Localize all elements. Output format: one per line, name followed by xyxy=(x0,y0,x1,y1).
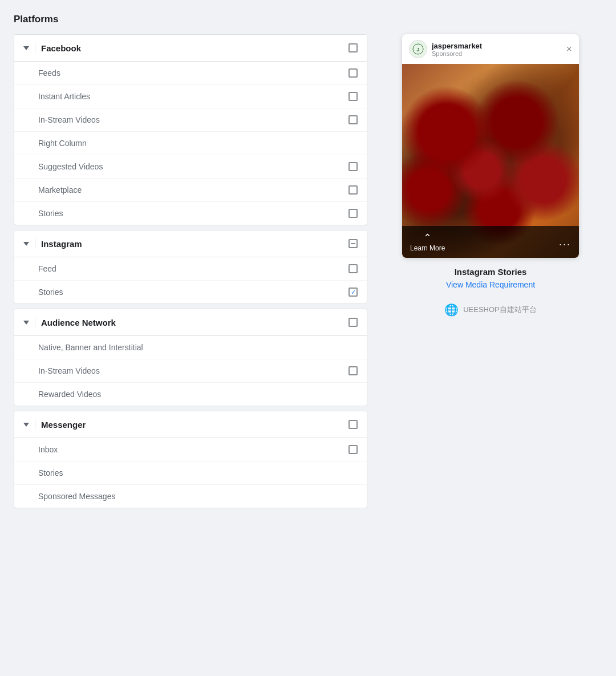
main-layout: Facebook Feeds Instant Articles In-Strea… xyxy=(14,34,602,513)
messenger-stories-label: Stories xyxy=(38,468,358,477)
preview-image: ⌃ Learn More ... xyxy=(402,64,579,258)
instagram-feed-label: Feed xyxy=(38,264,348,273)
audience-network-native-label: Native, Banner and Interstitial xyxy=(38,343,358,352)
facebook-in-stream-videos-item: In-Stream Videos xyxy=(14,108,367,132)
learn-more-button[interactable]: ⌃ Learn More xyxy=(410,232,445,252)
facebook-stories-item: Stories xyxy=(14,202,367,225)
facebook-right-column-item: Right Column xyxy=(14,132,367,155)
messenger-platform-name: Messenger xyxy=(41,420,348,430)
preview-title: Instagram Stories xyxy=(455,267,527,277)
facebook-instant-articles-label: Instant Articles xyxy=(38,92,348,101)
facebook-in-stream-videos-label: In-Stream Videos xyxy=(38,115,348,124)
audience-network-rewarded-label: Rewarded Videos xyxy=(38,390,358,399)
instagram-section: Instagram Feed Stories xyxy=(14,230,367,304)
instagram-feed-item: Feed xyxy=(14,257,367,281)
facebook-feeds-label: Feeds xyxy=(38,68,348,78)
instagram-feed-checkbox[interactable] xyxy=(348,264,358,273)
messenger-sponsored-label: Sponsored Messages xyxy=(38,492,358,501)
audience-network-header: Audience Network xyxy=(14,309,367,336)
facebook-marketplace-label: Marketplace xyxy=(38,185,348,195)
messenger-section: Messenger Inbox Stories Sponsored Messag… xyxy=(14,411,367,508)
messenger-chevron-icon[interactable] xyxy=(23,423,29,427)
preview-footer: ⌃ Learn More ... xyxy=(402,226,579,258)
facebook-platform-name: Facebook xyxy=(41,43,348,53)
view-media-link[interactable]: View Media Requirement xyxy=(446,280,535,289)
arrow-up-icon: ⌃ xyxy=(423,232,432,244)
facebook-instant-articles-checkbox[interactable] xyxy=(348,92,358,101)
watermark: 🌐 UEESHOP自建站平台 xyxy=(444,303,537,317)
instagram-checkbox[interactable] xyxy=(348,239,358,248)
instagram-chevron-icon[interactable] xyxy=(23,242,29,246)
separator xyxy=(35,238,35,249)
audience-network-in-stream-item: In-Stream Videos xyxy=(14,359,367,383)
facebook-suggested-videos-item: Suggested Videos xyxy=(14,155,367,179)
messenger-sponsored-item: Sponsored Messages xyxy=(14,485,367,508)
facebook-header: Facebook xyxy=(14,35,367,62)
messenger-inbox-item: Inbox xyxy=(14,438,367,462)
preview-header: J jaspersmarket Sponsored × xyxy=(402,34,579,64)
preview-close-icon[interactable]: × xyxy=(566,43,572,55)
separator xyxy=(35,317,35,327)
facebook-feeds-checkbox[interactable] xyxy=(348,68,358,78)
audience-network-in-stream-label: In-Stream Videos xyxy=(38,366,348,375)
separator xyxy=(35,43,35,53)
messenger-checkbox[interactable] xyxy=(348,420,358,429)
facebook-checkbox[interactable] xyxy=(348,43,358,52)
facebook-right-column-label: Right Column xyxy=(38,139,358,148)
platforms-panel: Facebook Feeds Instant Articles In-Strea… xyxy=(14,34,367,513)
audience-network-platform-name: Audience Network xyxy=(41,318,348,327)
facebook-feeds-item: Feeds xyxy=(14,62,367,85)
audience-network-in-stream-checkbox[interactable] xyxy=(348,366,358,375)
facebook-instant-articles-item: Instant Articles xyxy=(14,85,367,108)
messenger-inbox-checkbox[interactable] xyxy=(348,445,358,454)
facebook-suggested-videos-label: Suggested Videos xyxy=(38,162,348,171)
instagram-stories-checkbox[interactable] xyxy=(348,288,358,297)
facebook-marketplace-item: Marketplace xyxy=(14,179,367,202)
audience-network-chevron-icon[interactable] xyxy=(23,321,29,325)
preview-user-info: jaspersmarket Sponsored xyxy=(432,42,561,57)
messenger-header: Messenger xyxy=(14,411,367,438)
instagram-platform-name: Instagram xyxy=(41,239,348,249)
preview-username: jaspersmarket xyxy=(432,42,561,50)
audience-network-rewarded-item: Rewarded Videos xyxy=(14,383,367,406)
preview-panel: J jaspersmarket Sponsored × ⌃ Learn More xyxy=(379,34,602,317)
messenger-stories-item: Stories xyxy=(14,462,367,485)
facebook-marketplace-checkbox[interactable] xyxy=(348,185,358,195)
audience-network-section: Audience Network Native, Banner and Inte… xyxy=(14,309,367,406)
facebook-section: Facebook Feeds Instant Articles In-Strea… xyxy=(14,34,367,225)
preview-sponsored-label: Sponsored xyxy=(432,50,561,57)
facebook-stories-label: Stories xyxy=(38,209,348,218)
page-title: Platforms xyxy=(14,14,602,25)
preview-more-icon[interactable]: ... xyxy=(559,236,571,248)
watermark-text: UEESHOP自建站平台 xyxy=(463,305,537,315)
separator xyxy=(35,419,35,430)
audience-network-checkbox[interactable] xyxy=(348,318,358,327)
facebook-stories-checkbox[interactable] xyxy=(348,209,358,218)
learn-more-label: Learn More xyxy=(410,244,445,252)
avatar: J xyxy=(409,40,427,58)
instagram-stories-label: Stories xyxy=(38,288,348,297)
instagram-header: Instagram xyxy=(14,230,367,257)
audience-network-native-item: Native, Banner and Interstitial xyxy=(14,336,367,359)
facebook-chevron-icon[interactable] xyxy=(23,46,29,50)
facebook-suggested-videos-checkbox[interactable] xyxy=(348,162,358,171)
instagram-stories-item: Stories xyxy=(14,281,367,303)
messenger-inbox-label: Inbox xyxy=(38,445,348,454)
svg-text:J: J xyxy=(416,47,419,52)
facebook-in-stream-videos-checkbox[interactable] xyxy=(348,115,358,124)
preview-card: J jaspersmarket Sponsored × ⌃ Learn More xyxy=(402,34,579,258)
watermark-icon: 🌐 xyxy=(444,303,459,317)
